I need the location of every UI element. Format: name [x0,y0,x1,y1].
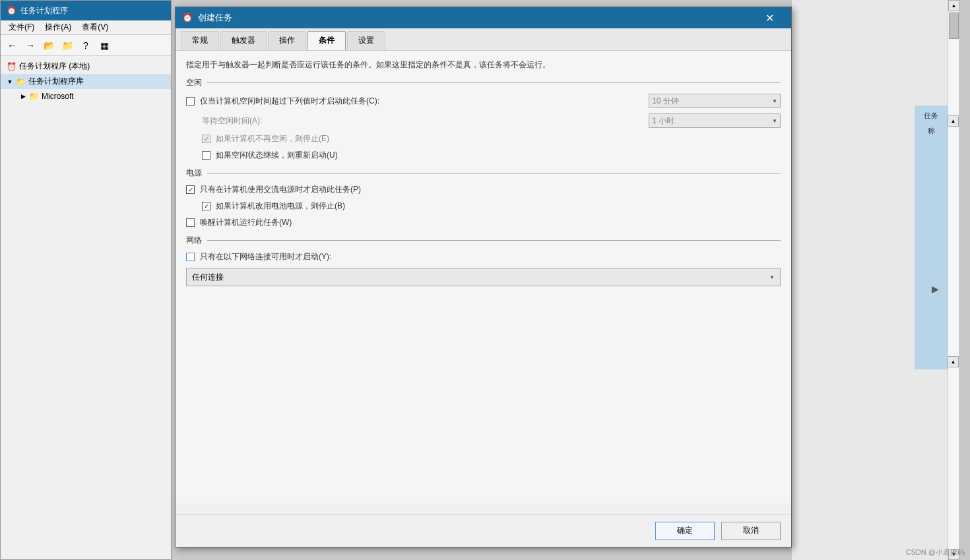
stop-battery-checkbox[interactable] [202,202,210,210]
wait-idle-dropdown[interactable]: 1 小时 ▼ [649,113,781,128]
local-icon: ⏰ [6,61,16,72]
right-panel-item-tasks: 任务 [924,111,938,121]
sidebar-microsoft-label: Microsoft [42,92,74,101]
back-button[interactable]: ← [3,38,20,53]
idle-checkbox-row: 仅当计算机空闲时间超过下列值时才启动此任务(C): 10 分钟 ▼ [186,94,781,108]
tab-settings[interactable]: 设置 [347,31,385,50]
sidebar-item-microsoft[interactable]: ▶ 📁 Microsoft [1,89,171,104]
sidebar-library-label: 任务计划程序库 [28,76,84,87]
app-menubar: 文件(F) 操作(A) 查看(V) [1,20,171,35]
dialog-tabs: 常规 触发器 操作 条件 设置 [176,28,791,51]
app-toolbar: ← → 📂 📁 ? ▦ [1,35,171,56]
stop-if-resume-checkbox[interactable] [202,135,210,143]
network-section-label: 网络 [186,235,202,246]
wait-idle-label: 等待空闲时间(A): [186,115,262,127]
expand-icon: ▼ [6,78,14,86]
right-panel-scroll-down[interactable]: ▲ [948,356,959,367]
tab-actions[interactable]: 操作 [268,31,306,50]
idle-duration-value: 10 分钟 [652,96,679,107]
wait-idle-arrow: ▼ [772,118,777,124]
wakeup-label: 唤醒计算机运行此任务(W) [200,217,292,228]
ac-only-checkbox[interactable] [186,185,195,194]
folder-button[interactable]: 📁 [59,38,76,53]
idle-section-divider: 空闲 [186,77,781,88]
dialog-title-icon: ⏰ [182,13,193,23]
library-icon: 📁 [15,77,26,87]
network-checkbox[interactable] [186,253,195,261]
microsoft-icon: 📁 [28,91,39,102]
app-sidebar: ⏰ 任务计划程序 (本地) ▼ 📁 任务计划程序库 ▶ 📁 Microsoft [1,56,171,106]
watermark: CSDN @小袁撩码 [906,547,965,557]
sidebar-local-label: 任务计划程序 (本地) [19,61,90,72]
network-row: 只有在以下网络连接可用时才启动(Y): [186,251,781,263]
right-panel-area: ▲ ▲ 任务 称 ▶ ▲ ▼ [792,0,959,560]
network-connection-value: 任何连接 [192,272,224,283]
right-panel-items: 任务 称 [915,106,948,369]
description-text: 指定用于与触发器一起判断是否应运行该任务的条件。如果这里指定的条件不是真，该任务… [186,59,781,71]
wakeup-checkbox[interactable] [186,218,195,227]
idle-checkbox[interactable] [186,97,195,106]
ok-button[interactable]: 确定 [655,522,715,540]
tab-conditions[interactable]: 条件 [307,31,346,50]
network-connection-dropdown[interactable]: 任何连接 ▼ [186,268,781,286]
idle-duration-dropdown[interactable]: 10 分钟 ▼ [649,94,781,108]
power-divider-line [207,173,781,173]
stop-if-resume-label: 如果计算机不再空闲，则停止(E) [216,133,329,144]
view-button[interactable]: ▦ [96,38,113,53]
ac-only-row: 只有在计算机使用交流电源时才启动此任务(P) [186,184,781,195]
app-title-icon: ⏰ [6,5,16,16]
restart-if-idle-row: 如果空闲状态继续，则重新启动(U) [186,150,781,161]
tab-general[interactable]: 常规 [181,31,219,50]
scroll-track [948,13,959,550]
dialog-title: 创建任务 [198,12,232,24]
scroll-thumb[interactable] [949,13,959,39]
stop-if-resume-row: 如果计算机不再空闲，则停止(E) [186,133,781,144]
dialog-close-button[interactable]: ✕ [754,7,785,28]
sidebar-item-local[interactable]: ⏰ 任务计划程序 (本地) [1,59,171,74]
main-scrollbar: ▲ ▼ [948,0,959,560]
idle-checkbox-label: 仅当计算机空闲时间超过下列值时才启动此任务(C): [200,96,379,107]
menu-view[interactable]: 查看(V) [77,20,113,34]
idle-divider-line [207,82,781,83]
power-section-divider: 电源 [186,168,781,179]
right-panel-arrow: ▶ [932,284,939,294]
dialog-titlebar: ⏰ 创建任务 ✕ [176,7,791,28]
right-panel-item-label: 称 [928,126,935,136]
cancel-button[interactable]: 取消 [721,522,781,540]
help-button[interactable]: ? [77,38,94,53]
sidebar-item-library[interactable]: ▼ 📁 任务计划程序库 [1,74,171,89]
stop-battery-label: 如果计算机改用电池电源，则停止(B) [216,201,345,212]
network-section-divider: 网络 [186,235,781,246]
folder-open-button[interactable]: 📂 [40,38,57,53]
app-title: 任务计划程序 [20,5,68,16]
wakeup-row: 唤醒计算机运行此任务(W) [186,217,781,228]
wait-idle-value: 1 小时 [652,115,674,127]
scroll-up-button[interactable]: ▲ [948,0,959,11]
right-panel-scroll-up[interactable]: ▲ [948,115,959,127]
dialog-body: 指定用于与触发器一起判断是否应运行该任务的条件。如果这里指定的条件不是真，该任务… [176,51,791,503]
idle-section-label: 空闲 [186,77,202,88]
tab-triggers[interactable]: 触发器 [220,31,267,50]
ac-only-label: 只有在计算机使用交流电源时才启动此任务(P) [200,184,361,195]
microsoft-expand-icon: ▶ [19,92,27,100]
idle-duration-arrow: ▼ [772,98,777,104]
menu-action[interactable]: 操作(A) [40,20,77,34]
app-window: ⏰ 任务计划程序 文件(F) 操作(A) 查看(V) ← → 📂 📁 ? ▦ ⏰… [0,0,172,560]
stop-battery-row: 如果计算机改用电池电源，则停止(B) [186,201,781,212]
menu-file[interactable]: 文件(F) [3,20,40,34]
forward-button[interactable]: → [22,38,39,53]
power-section-label: 电源 [186,168,202,179]
restart-if-idle-label: 如果空闲状态继续，则重新启动(U) [216,150,338,161]
network-dropdown-arrow: ▼ [769,274,775,280]
restart-if-idle-checkbox[interactable] [202,151,210,160]
network-label: 只有在以下网络连接可用时才启动(Y): [200,251,331,263]
dialog-footer: 确定 取消 [176,514,791,547]
wait-idle-row: 等待空闲时间(A): 1 小时 ▼ [186,113,781,128]
create-task-dialog: ⏰ 创建任务 ✕ 常规 触发器 操作 条件 设置 指定用于与触发器一起判断是否应… [175,7,792,547]
network-divider-line [207,240,781,241]
app-titlebar: ⏰ 任务计划程序 [1,1,171,20]
